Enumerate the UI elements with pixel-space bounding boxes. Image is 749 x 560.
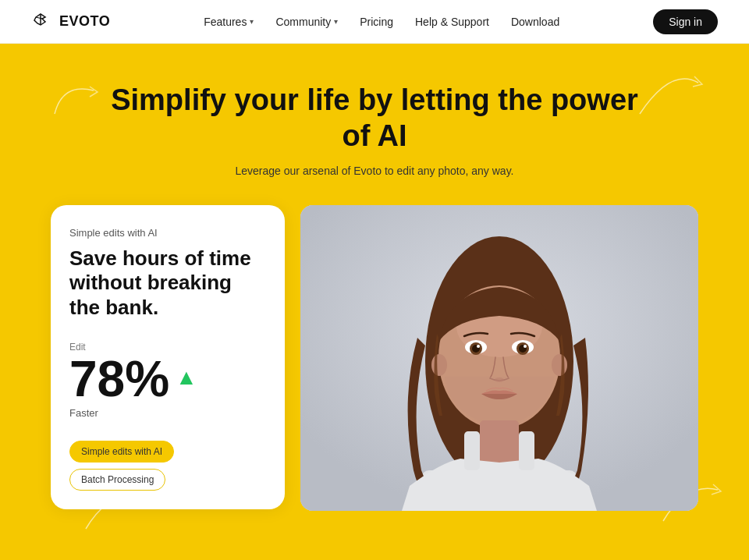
logo[interactable]: EVOTO [31, 11, 110, 33]
card-title: Save hours of time without breaking the … [69, 246, 266, 320]
signin-button[interactable]: Sign in [653, 9, 718, 34]
hero-photo [300, 205, 698, 511]
logo-text: EVOTO [59, 13, 110, 30]
hero-subtitle: Leverage our arsenal of Evoto to edit an… [236, 165, 514, 177]
chevron-down-icon: ▾ [334, 17, 338, 26]
svg-rect-19 [464, 431, 480, 470]
svg-point-14 [524, 345, 527, 348]
logo-icon [31, 11, 53, 33]
arrow-decoration-top-left [47, 75, 109, 122]
nav-item-download[interactable]: Download [511, 16, 559, 28]
hero-content: Simple edits with AI Save hours of time … [51, 205, 698, 511]
svg-point-17 [431, 354, 447, 376]
navbar: EVOTO Features ▾ Community ▾ Pricing Hel… [0, 0, 749, 44]
card-faster-label: Faster [69, 407, 266, 419]
stat-number: 78% [69, 354, 169, 404]
feature-card: Simple edits with AI Save hours of time … [51, 205, 285, 509]
card-stat: 78% ▲ [69, 354, 266, 404]
card-tags: Simple edits with AI Batch Processing [69, 441, 266, 491]
arrow-decoration-top-right [632, 59, 710, 122]
nav-item-help-support[interactable]: Help & Support [415, 16, 489, 28]
svg-point-10 [477, 345, 480, 348]
tag-batch-processing[interactable]: Batch Processing [69, 469, 165, 491]
hero-title: Simplify your life by letting the power … [109, 83, 640, 154]
card-subtitle: Simple edits with AI [69, 227, 266, 239]
nav-item-pricing[interactable]: Pricing [360, 16, 393, 28]
nav-item-features[interactable]: Features ▾ [204, 16, 254, 28]
svg-rect-20 [519, 431, 534, 470]
hero-section: Simplify your life by letting the power … [0, 44, 749, 560]
nav-links: Features ▾ Community ▾ Pricing Help & Su… [204, 16, 559, 28]
model-photo [300, 205, 698, 511]
chevron-down-icon: ▾ [250, 17, 254, 26]
arrow-up-icon: ▲ [176, 365, 197, 390]
tag-simple-edits[interactable]: Simple edits with AI [69, 441, 174, 463]
nav-item-community[interactable]: Community ▾ [275, 16, 338, 28]
svg-point-18 [552, 354, 567, 376]
